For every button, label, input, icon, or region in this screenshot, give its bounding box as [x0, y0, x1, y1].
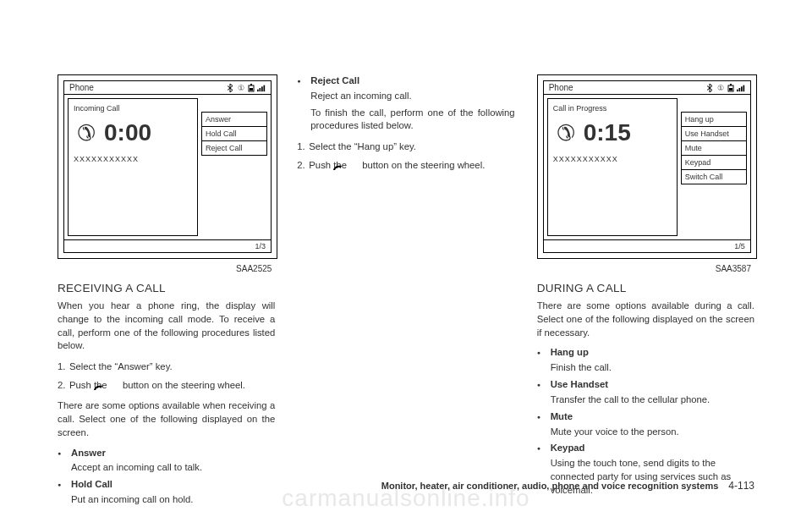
phone-handset-icon: ✆ [557, 120, 575, 146]
bluetooth-icon [706, 84, 715, 92]
bullet-reject-desc: Reject an incoming call. [310, 90, 514, 103]
option-use-handset: Use Handset [681, 126, 747, 141]
heading-during: DURING A CALL [537, 282, 754, 294]
battery-icon [727, 84, 735, 92]
steps-list: 1.Select the “Answer” key. 2.Push the bu… [58, 360, 275, 393]
call-status-label: Incoming Call [74, 104, 192, 113]
bullet-keypad: Keypad Using the touch tone, send digits… [537, 442, 754, 497]
phone-handset-icon: ✆ [77, 120, 96, 146]
call-main: ✆ 0:00 [74, 119, 192, 146]
step-2b: 2.Push the button on the steering wheel. [297, 158, 514, 173]
option-keypad: Keypad [681, 155, 747, 170]
option-switch-call: Switch Call [681, 169, 747, 184]
call-area: Call in Progress ✆ 0:15 XXXXXXXXXXX [547, 98, 678, 236]
bullet-answer: Answer Accept an incoming call to talk. [58, 447, 275, 476]
bullet-answer-desc: Accept an incoming call to talk. [71, 461, 275, 475]
svg-rect-2 [250, 88, 253, 91]
bullet-handset-title: Use Handset [551, 379, 608, 389]
page-indicator: 1/3 [64, 239, 271, 252]
bullet-keypad-title: Keypad [551, 443, 585, 453]
bullet-reject: Reject Call Reject an incoming call. [297, 74, 514, 103]
mid-para: There are some options available when re… [58, 399, 275, 439]
bullet-reject-title: Reject Call [310, 75, 359, 85]
figure-1-id: SAA2525 [58, 264, 275, 273]
status-bar: Phone ① [544, 81, 750, 95]
caller-number: XXXXXXXXXXX [74, 155, 192, 163]
step-1: 1.Select the “Answer” key. [58, 360, 275, 374]
bluetooth-icon [227, 84, 235, 92]
svg-rect-3 [257, 89, 259, 91]
steps-list-2: 1.Select the “Hang up” key. 2.Push the b… [297, 140, 514, 173]
option-hang-up: Hang up [681, 112, 747, 127]
intro-para: When you hear a phone ring, the display … [58, 300, 275, 353]
signal-icon [257, 84, 266, 92]
bullet-list-2: Reject Call Reject an incoming call. [297, 74, 514, 103]
bullet-hangup-desc: Finish the call. [551, 361, 754, 375]
bullet-list-3: Hang up Finish the call. Use Handset Tra… [537, 346, 754, 497]
step-2: 2.Push the button on the steering wheel. [58, 378, 275, 393]
option-mute: Mute [681, 140, 747, 156]
column-1: Phone ① [58, 74, 275, 510]
bullet-handset-desc: Transfer the call to the cellular phone. [551, 393, 754, 407]
figure-2-screen: Phone ① [543, 80, 751, 253]
phone-button-icon [349, 162, 359, 170]
column-3: Phone ① [537, 74, 754, 510]
bullet-hold-title: Hold Call [71, 479, 112, 489]
svg-rect-6 [264, 85, 266, 91]
call-main: ✆ 0:15 [553, 119, 672, 146]
svg-rect-11 [738, 88, 740, 91]
step-1b: 1.Select the “Hang up” key. [297, 140, 514, 154]
options-list: Hang up Use Handset Mute Keypad Switch C… [681, 98, 747, 236]
bullet-keypad-desc: Using the touch tone, send digits to the… [551, 457, 754, 497]
phone-button-icon [110, 382, 120, 390]
spacer [681, 98, 747, 112]
column-2: Reject Call Reject an incoming call. To … [297, 74, 514, 510]
bullet-handset: Use Handset Transfer the call to the cel… [537, 378, 754, 407]
bullet-mute: Mute Mute your voice to the person. [537, 410, 754, 439]
svg-rect-10 [737, 89, 738, 91]
option-answer: Answer [201, 112, 267, 127]
svg-rect-9 [729, 88, 732, 91]
one-icon: ① [237, 84, 245, 92]
screen-body: Call in Progress ✆ 0:15 XXXXXXXXXXX Hang… [544, 95, 750, 239]
svg-rect-4 [260, 88, 261, 91]
call-area: Incoming Call ✆ 0:00 XXXXXXXXXXX [68, 98, 198, 236]
status-bar: Phone ① [64, 81, 271, 95]
during-intro: There are some options available during … [537, 300, 754, 339]
call-timer: 0:15 [584, 119, 631, 146]
call-status-label: Call in Progress [553, 104, 672, 113]
step-2b-text-b: button on the steering wheel. [362, 160, 485, 170]
svg-rect-13 [743, 85, 744, 91]
step-1-text: Select the “Answer” key. [69, 361, 173, 371]
bullet-hangup: Hang up Finish the call. [537, 346, 754, 375]
options-list: Answer Hold Call Reject Call [201, 98, 267, 236]
svg-rect-12 [741, 86, 743, 91]
option-reject-call: Reject Call [201, 140, 267, 156]
page-indicator: 1/5 [544, 239, 750, 252]
figure-1-frame: Phone ① [58, 74, 277, 259]
screen-body: Incoming Call ✆ 0:00 XXXXXXXXXXX Answer … [64, 95, 271, 239]
signal-icon [737, 84, 745, 92]
svg-rect-1 [250, 84, 252, 85]
status-title: Phone [69, 83, 94, 92]
bullet-mute-title: Mute [551, 411, 573, 421]
spacer [201, 98, 267, 112]
figure-1-screen: Phone ① [63, 80, 272, 253]
battery-icon [247, 84, 255, 92]
svg-rect-5 [261, 86, 263, 91]
figure-2-id: SAA3587 [537, 264, 754, 273]
bullet-mute-desc: Mute your voice to the person. [551, 426, 754, 439]
option-hold-call: Hold Call [201, 126, 267, 141]
one-icon: ① [716, 84, 725, 92]
status-icons: ① [227, 84, 266, 92]
bullet-hold: Hold Call Put an incoming call on hold. [58, 478, 275, 507]
step-2-text-b: button on the steering wheel. [123, 380, 245, 390]
figure-2-frame: Phone ① [537, 74, 757, 259]
bullet-hold-desc: Put an incoming call on hold. [71, 493, 275, 507]
call-timer: 0:00 [104, 119, 151, 146]
bullet-list-1: Answer Accept an incoming call to talk. … [58, 447, 275, 507]
status-title: Phone [549, 83, 573, 92]
bullet-answer-title: Answer [71, 448, 106, 458]
bullet-hangup-title: Hang up [551, 347, 589, 357]
heading-receiving: RECEIVING A CALL [58, 282, 275, 294]
